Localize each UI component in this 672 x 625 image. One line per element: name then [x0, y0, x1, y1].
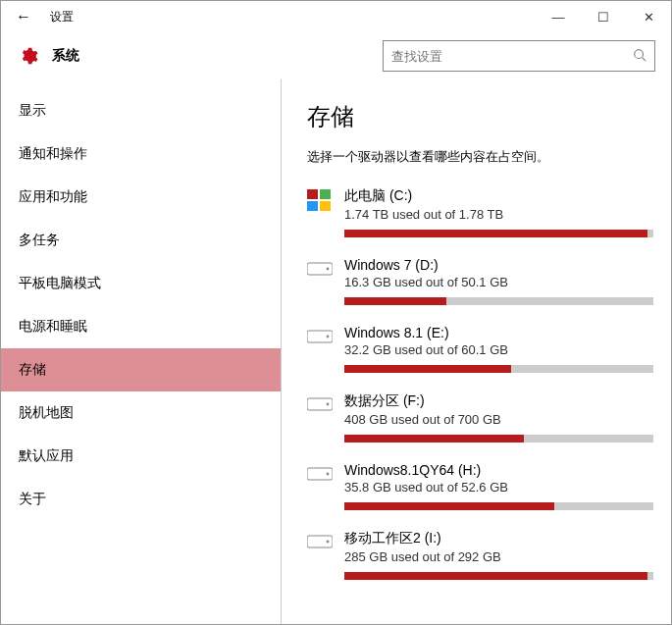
- page-subtitle: 选择一个驱动器以查看哪些内容在占空间。: [307, 148, 653, 166]
- drive-usage-text: 1.74 TB used out of 1.78 TB: [344, 207, 653, 222]
- drive-usage-text: 285 GB used out of 292 GB: [344, 549, 653, 564]
- drive-item[interactable]: Windows 8.1 (E:)32.2 GB used out of 60.1…: [307, 325, 653, 373]
- section-title: 系统: [52, 47, 383, 65]
- window-title: 设置: [46, 9, 536, 26]
- back-button[interactable]: ←: [1, 1, 46, 32]
- drive-item[interactable]: 此电脑 (C:)1.74 TB used out of 1.78 TB: [307, 187, 653, 237]
- drive-usage-bar: [344, 230, 653, 237]
- drive-usage-text: 16.3 GB used out of 50.1 GB: [344, 275, 653, 289]
- drive-usage-text: 32.2 GB used out of 60.1 GB: [344, 342, 653, 357]
- drive-icon: [307, 327, 335, 348]
- sidebar-item-8[interactable]: 默认应用: [1, 435, 281, 478]
- svg-line-1: [643, 57, 646, 61]
- svg-point-9: [327, 336, 330, 339]
- drive-item[interactable]: 移动工作区2 (I:)285 GB used out of 292 GB: [307, 530, 653, 580]
- drive-name: 数据分区 (F:): [344, 392, 653, 410]
- svg-point-11: [327, 403, 330, 406]
- drive-item[interactable]: Windows8.1QY64 (H:)35.8 GB used out of 5…: [307, 462, 653, 510]
- drive-name: 移动工作区2 (I:): [344, 530, 653, 547]
- page-title: 存储: [307, 101, 653, 132]
- drive-icon: [307, 532, 335, 553]
- drive-usage-text: 35.8 GB used out of 52.6 GB: [344, 480, 653, 495]
- drive-list: 此电脑 (C:)1.74 TB used out of 1.78 TBWindo…: [307, 187, 653, 580]
- svg-point-13: [327, 473, 330, 476]
- content-area: 显示通知和操作应用和功能多任务平板电脑模式电源和睡眠存储脱机地图默认应用关于 存…: [1, 79, 671, 625]
- sidebar-item-9[interactable]: 关于: [1, 478, 281, 521]
- maximize-button[interactable]: ☐: [581, 1, 626, 32]
- svg-rect-5: [320, 201, 331, 211]
- drive-usage-bar: [344, 502, 653, 510]
- svg-rect-4: [307, 201, 318, 211]
- drive-name: Windows 7 (D:): [344, 257, 653, 273]
- minimize-button[interactable]: —: [536, 1, 581, 32]
- sidebar-item-0[interactable]: 显示: [1, 89, 281, 132]
- drive-usage-text: 408 GB used out of 700 GB: [344, 412, 653, 427]
- search-icon: [633, 48, 646, 65]
- svg-point-0: [635, 49, 644, 58]
- sidebar-item-4[interactable]: 平板电脑模式: [1, 262, 281, 305]
- search-input[interactable]: [391, 49, 633, 64]
- drive-usage-bar: [344, 435, 653, 443]
- drive-usage-bar: [344, 297, 653, 305]
- svg-point-7: [327, 268, 330, 271]
- search-box[interactable]: [383, 40, 655, 72]
- sidebar-item-3[interactable]: 多任务: [1, 219, 281, 262]
- drive-name: Windows8.1QY64 (H:): [344, 462, 653, 478]
- sidebar-item-6[interactable]: 存储: [1, 348, 281, 391]
- drive-item[interactable]: Windows 7 (D:)16.3 GB used out of 50.1 G…: [307, 257, 653, 305]
- sidebar-item-1[interactable]: 通知和操作: [1, 132, 281, 176]
- sidebar-item-7[interactable]: 脱机地图: [1, 391, 281, 435]
- drive-usage-bar: [344, 365, 653, 373]
- drive-icon: [307, 189, 335, 211]
- svg-rect-3: [320, 189, 331, 199]
- close-button[interactable]: ✕: [626, 1, 671, 32]
- drive-icon: [307, 464, 335, 486]
- drive-usage-bar: [344, 572, 653, 580]
- svg-point-15: [327, 541, 330, 544]
- sidebar: 显示通知和操作应用和功能多任务平板电脑模式电源和睡眠存储脱机地图默认应用关于: [1, 79, 282, 625]
- drive-name: Windows 8.1 (E:): [344, 325, 653, 340]
- sidebar-item-5[interactable]: 电源和睡眠: [1, 305, 281, 348]
- sidebar-item-2[interactable]: 应用和功能: [1, 176, 281, 219]
- drive-icon: [307, 259, 335, 281]
- window-titlebar: ← 设置 — ☐ ✕: [1, 1, 671, 32]
- gear-icon: [17, 44, 40, 68]
- drive-name: 此电脑 (C:): [344, 187, 653, 205]
- settings-header: 系统: [1, 32, 671, 79]
- svg-rect-2: [307, 189, 318, 199]
- drive-icon: [307, 394, 335, 416]
- drive-item[interactable]: 数据分区 (F:)408 GB used out of 700 GB: [307, 392, 653, 443]
- main-panel: 存储 选择一个驱动器以查看哪些内容在占空间。 此电脑 (C:)1.74 TB u…: [282, 79, 671, 625]
